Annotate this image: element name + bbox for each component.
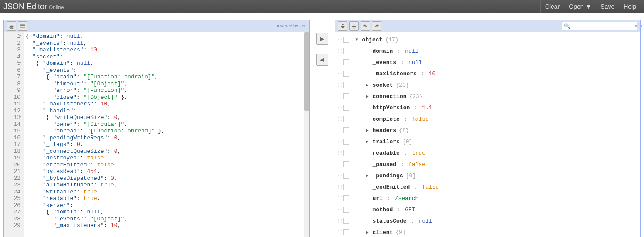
tree-row[interactable]: ⋮⋮▶_pendings [0] bbox=[336, 170, 640, 181]
tree-row[interactable]: ⋮⋮_endEmitted:false bbox=[336, 181, 640, 193]
drag-handle-icon[interactable]: ⋮⋮ bbox=[336, 150, 341, 156]
tree-row[interactable]: ⋮⋮complete:false bbox=[336, 113, 640, 125]
code-line[interactable]: "owner": "[Circular]", bbox=[26, 121, 307, 128]
tree-row[interactable]: ⋮⋮httpVersion:1.1 bbox=[336, 102, 640, 113]
drag-handle-icon[interactable]: ⋮⋮ bbox=[336, 116, 341, 122]
code-line[interactable]: "error": "[Function]", bbox=[26, 87, 307, 94]
context-menu-button[interactable] bbox=[343, 184, 349, 190]
tree-value[interactable]: false bbox=[408, 161, 425, 168]
drag-handle-icon[interactable]: ⋮⋮ bbox=[336, 173, 341, 178]
tree-key[interactable]: headers bbox=[373, 127, 397, 134]
tree-row[interactable]: ⋮⋮method:GET bbox=[336, 204, 640, 215]
drag-handle-icon[interactable]: ⋮⋮ bbox=[336, 94, 341, 99]
tree-value[interactable]: true bbox=[412, 150, 425, 156]
code-line[interactable]: "_maxListeners": 10, bbox=[26, 47, 307, 54]
code-content[interactable]: { "domain": null, "_events": null, "_max… bbox=[24, 32, 309, 237]
expand-toggle[interactable]: ▼ bbox=[354, 37, 360, 42]
tree-key[interactable]: _events bbox=[373, 59, 397, 66]
tree-key[interactable]: socket bbox=[373, 82, 393, 88]
tree-key[interactable]: object bbox=[362, 37, 383, 43]
drag-handle-icon[interactable]: ⋮⋮ bbox=[336, 196, 341, 201]
context-menu-button[interactable] bbox=[343, 105, 349, 111]
scroll-thumb[interactable] bbox=[304, 32, 309, 111]
code-editor[interactable]: 1234567891011121314151617181920212223242… bbox=[4, 32, 309, 237]
tree-row[interactable]: ⋮⋮readable:true bbox=[336, 147, 640, 159]
menu-open[interactable]: Open ▼ bbox=[564, 0, 596, 13]
tree-value[interactable]: 10 bbox=[429, 71, 436, 77]
tree-key[interactable]: trailers bbox=[373, 139, 400, 145]
tree-value[interactable]: null bbox=[405, 48, 418, 54]
context-menu-button[interactable] bbox=[343, 229, 349, 235]
collapse-all-button[interactable] bbox=[349, 21, 359, 31]
tree-key[interactable]: _endEmitted bbox=[373, 184, 410, 190]
drag-handle-icon[interactable]: ⋮⋮ bbox=[336, 37, 341, 42]
code-line[interactable]: "_handle": bbox=[26, 108, 307, 115]
tree-key[interactable]: statusCode bbox=[373, 218, 407, 224]
context-menu-button[interactable] bbox=[343, 195, 349, 201]
drag-handle-icon[interactable]: ⋮⋮ bbox=[336, 82, 341, 88]
tree-key[interactable]: httpVersion bbox=[373, 105, 410, 111]
scrollbar[interactable] bbox=[304, 32, 309, 237]
context-menu-button[interactable] bbox=[343, 48, 349, 54]
tree-value[interactable]: null bbox=[408, 59, 422, 66]
context-menu-button[interactable] bbox=[343, 173, 349, 179]
menu-clear[interactable]: Clear bbox=[540, 0, 564, 13]
tree-key[interactable]: method bbox=[373, 207, 393, 213]
search-prev-icon[interactable]: ▼ bbox=[634, 24, 638, 28]
code-line[interactable]: "onread": "[Function: onread]" }, bbox=[26, 128, 307, 135]
tree-value[interactable]: GET bbox=[405, 207, 415, 213]
tree-row[interactable]: ⋮⋮domain:null bbox=[336, 45, 640, 57]
context-menu-button[interactable] bbox=[343, 82, 349, 88]
drag-handle-icon[interactable]: ⋮⋮ bbox=[336, 230, 341, 235]
tree-key[interactable]: url bbox=[373, 195, 383, 202]
code-line[interactable]: "allowHalfOpen": true, bbox=[26, 182, 307, 189]
tree-key[interactable]: _maxListeners bbox=[373, 71, 417, 77]
tree-value[interactable]: null bbox=[418, 218, 432, 224]
code-line[interactable]: { "writeQueueSize": 0, bbox=[26, 114, 307, 121]
expand-toggle[interactable]: ▶ bbox=[365, 230, 370, 235]
tree-view[interactable]: ⋮⋮▼object {17}⋮⋮domain:null⋮⋮_events:nul… bbox=[335, 32, 641, 237]
expand-toggle[interactable]: ▶ bbox=[365, 128, 370, 133]
tree-row[interactable]: ⋮⋮▼object {17} bbox=[336, 34, 640, 45]
search-next-icon[interactable]: ▲ bbox=[640, 24, 644, 28]
code-line[interactable]: "readable": true, bbox=[26, 195, 307, 202]
code-line[interactable]: "_events": "[Object]", bbox=[26, 216, 307, 223]
tree-row[interactable]: ⋮⋮_maxListeners:10 bbox=[336, 68, 640, 79]
drag-handle-icon[interactable]: ⋮⋮ bbox=[336, 162, 341, 167]
code-line[interactable]: { "drain": "[Function: ondrain]", bbox=[26, 74, 307, 81]
code-line[interactable]: "_flags": 0, bbox=[26, 141, 307, 148]
tree-row[interactable]: ⋮⋮▶connection {23} bbox=[336, 91, 640, 102]
tree-key[interactable]: readable bbox=[373, 150, 400, 156]
code-line[interactable]: "errorEmitted": false, bbox=[26, 162, 307, 169]
code-line[interactable]: "_maxListeners": 10, bbox=[26, 222, 307, 229]
tree-row[interactable]: ⋮⋮▶headers {8} bbox=[336, 125, 640, 136]
context-menu-button[interactable] bbox=[343, 207, 349, 213]
tree-row[interactable]: ⋮⋮▶client {9} bbox=[336, 227, 640, 237]
context-menu-button[interactable] bbox=[343, 161, 349, 167]
code-line[interactable]: { "domain": null, bbox=[26, 33, 307, 40]
powered-link[interactable]: powered by ace bbox=[276, 24, 307, 28]
tree-key[interactable]: _paused bbox=[373, 161, 397, 168]
drag-handle-icon[interactable]: ⋮⋮ bbox=[336, 48, 341, 54]
code-line[interactable]: "destroyed": false, bbox=[26, 155, 307, 162]
search-input[interactable] bbox=[572, 24, 632, 29]
tree-value[interactable]: 1.1 bbox=[422, 105, 432, 111]
tree-value[interactable]: /search bbox=[395, 195, 419, 202]
tree-key[interactable]: client bbox=[373, 229, 393, 236]
copy-left-button[interactable]: ◀ bbox=[316, 54, 328, 66]
drag-handle-icon[interactable]: ⋮⋮ bbox=[336, 60, 341, 65]
tree-key[interactable]: connection bbox=[373, 93, 407, 100]
drag-handle-icon[interactable]: ⋮⋮ bbox=[336, 207, 341, 212]
redo-button[interactable] bbox=[372, 21, 381, 31]
code-line[interactable]: "_pendingWriteReqs": 0, bbox=[26, 135, 307, 142]
code-line[interactable]: { "domain": null, bbox=[26, 209, 307, 216]
expand-toggle[interactable]: ▶ bbox=[365, 139, 370, 144]
code-line[interactable]: "server": bbox=[26, 202, 307, 209]
tree-key[interactable]: _pendings bbox=[373, 173, 403, 179]
code-line[interactable]: { "domain": null, bbox=[26, 60, 307, 67]
drag-handle-icon[interactable]: ⋮⋮ bbox=[336, 184, 341, 190]
code-line[interactable]: "_connectQueueSize": 0, bbox=[26, 148, 307, 155]
drag-handle-icon[interactable]: ⋮⋮ bbox=[336, 128, 341, 133]
undo-button[interactable] bbox=[361, 21, 370, 31]
tree-row[interactable]: ⋮⋮statusCode:null bbox=[336, 215, 640, 227]
